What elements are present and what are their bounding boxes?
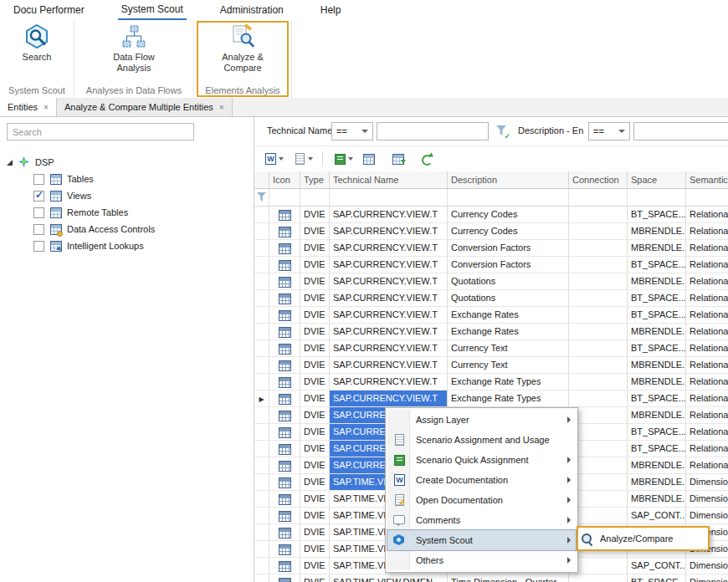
toolbar-button[interactable] [261,149,285,169]
context-menu-item[interactable]: Scenario Quick Assignment [387,450,576,470]
operator-select-technical-name[interactable]: == [331,122,373,140]
operator-value: == [593,126,604,136]
cell-semantic: Relational [686,340,728,356]
tree-item[interactable]: Data Access Controls [0,221,254,237]
cell-technical-name[interactable]: SAP.CURRENCY.VIEW.T [330,391,448,406]
checkbox[interactable] [33,207,44,218]
data-flow-analysis-button[interactable]: Data Flow Analysis [99,23,169,74]
table-row[interactable]: DVIE SAP.CURRENCY.VIEW.T Currency Codes … [254,223,728,240]
menu-tab[interactable]: System Scout [118,0,187,20]
cell-technical-name[interactable]: SAP.CURRENCY.VIEW.T [330,290,448,306]
cell-space: BT_SPACE... [628,340,686,356]
toolbar-button[interactable] [322,151,323,166]
analyze-compare-button[interactable]: Analyze & Compare [208,23,278,74]
table-row[interactable]: DVIE SAP.CURRENCY.VIEW.T Quotations MBRE… [254,273,728,290]
menu-tab[interactable]: Docu Performer [10,0,88,20]
cell-type: DVIE [300,391,330,406]
cell-type: DVIE [300,441,330,457]
cell-space: MBRENDLE... [628,407,686,423]
column-header[interactable]: Space [628,171,686,188]
tree-item[interactable]: Views [0,187,254,204]
table-row[interactable]: DVIE SAP.CURRENCY.VIEW.T Exchange Rate T… [254,391,728,407]
context-menu-item[interactable]: Scenario Assignment and Usage [387,430,576,450]
column-header[interactable] [254,171,269,188]
cell-technical-name[interactable]: SAP.CURRENCY.VIEW.T [330,374,448,390]
toolbar-button[interactable] [331,149,355,169]
table-row[interactable]: DVIE SAP.CURRENCY.VIEW.T Currency Text B… [254,340,728,357]
table-row[interactable]: DVIE SAP.CURRENCY.VIEW.T Conversion Fact… [254,240,728,257]
table-row[interactable]: DVIE SAP.CURRENCY.VIEW.T Exchange Rates … [254,324,728,340]
checkbox[interactable] [33,241,44,252]
tree-item[interactable]: Tables [0,171,254,187]
close-icon[interactable]: × [44,103,49,112]
search-input[interactable] [7,123,194,140]
context-menu-item[interactable]: Create Documentation [387,470,576,490]
checkbox[interactable] [33,191,44,202]
tree-item[interactable]: Intelligent Lookups [0,237,254,254]
menu-tab[interactable]: Administration [217,0,287,20]
document-tab[interactable]: Entities × [0,98,57,116]
cell-technical-name[interactable]: SAP.CURRENCY.VIEW.T [330,357,448,373]
table-row[interactable]: DVIE SAP.TIME.VIEW.DIMEN... Time Dimensi… [254,574,728,582]
view-table-icon [279,461,291,472]
toolbar-button[interactable] [360,149,384,169]
expand-icon[interactable] [7,160,13,166]
cell-technical-name[interactable]: SAP.CURRENCY.VIEW.T [330,324,448,340]
table-row[interactable]: DVIE SAP.CURRENCY.VIEW.T Exchange Rate T… [254,374,728,391]
cell-technical-name[interactable]: SAP.TIME.VIEW.DIMEN... [330,574,448,582]
tree-root-dsp[interactable]: DSP [0,154,254,171]
column-header[interactable]: Connection [569,171,628,188]
filter-cell[interactable] [628,189,686,206]
column-header[interactable]: Technical Name [330,171,448,188]
close-icon[interactable]: × [219,103,224,112]
analyze-compare-menu-item[interactable]: Analyze/Compare [580,529,706,548]
toolbar-icon [420,152,433,166]
cell-technical-name[interactable]: SAP.CURRENCY.VIEW.T [330,240,448,256]
column-header[interactable]: Description [448,171,569,188]
toolbar-button[interactable] [290,149,315,169]
toolbar-button[interactable] [418,149,443,169]
checkbox[interactable] [33,174,44,185]
context-menu-item[interactable]: Open Documentation [387,490,576,510]
cell-technical-name[interactable]: SAP.CURRENCY.VIEW.T [330,307,448,323]
cell-technical-name[interactable]: SAP.CURRENCY.VIEW.T [330,257,448,273]
document-tab[interactable]: Analyze & Compare Multiple Entities × [57,98,233,116]
search-button[interactable]: Search [2,23,72,63]
filter-cell[interactable] [686,189,728,206]
checkbox[interactable] [33,224,44,235]
filter-cell[interactable] [448,189,569,206]
context-menu-item[interactable]: Comments [387,510,576,530]
table-row[interactable]: DVIE SAP.CURRENCY.VIEW.T Currency Text M… [254,357,728,374]
tree-item[interactable]: Remote Tables [0,204,254,221]
search-button-label: Search [2,52,72,63]
filter-cell[interactable] [300,189,330,206]
entity-type-icon [49,206,63,219]
toolbar-button[interactable] [389,149,413,169]
magnifier-icon [580,532,593,545]
cell-connection [569,574,628,582]
cell-technical-name[interactable]: SAP.CURRENCY.VIEW.T [330,273,448,289]
column-header[interactable]: Type [300,171,330,188]
table-row[interactable]: DVIE SAP.CURRENCY.VIEW.T Quotations BT_S… [254,290,728,307]
filter-cell[interactable] [269,189,300,206]
filter-input-description[interactable] [633,122,728,140]
column-header[interactable]: Semantic U... [686,171,728,188]
row-indicator [254,290,269,306]
table-row[interactable]: DVIE SAP.CURRENCY.VIEW.T Exchange Rates … [254,307,728,324]
filter-cell[interactable] [569,189,628,206]
context-menu-item[interactable]: Assign Layer [387,410,576,430]
filter-cell[interactable] [330,189,448,206]
operator-select-description[interactable]: == [588,122,630,140]
filter-input-technical-name[interactable] [377,122,489,140]
cell-technical-name[interactable]: SAP.CURRENCY.VIEW.T [330,340,448,356]
table-row[interactable]: DVIE SAP.CURRENCY.VIEW.T Currency Codes … [254,207,728,223]
menu-tab[interactable]: Help [317,0,345,20]
filter-funnel-icon[interactable] [495,125,509,138]
context-menu-item[interactable]: Others [387,550,576,570]
table-row[interactable]: DVIE SAP.CURRENCY.VIEW.T Conversion Fact… [254,257,728,273]
ribbon: Search System Scout Data Flow Analysis A… [0,20,728,99]
context-menu-item[interactable]: System Scout [387,530,576,550]
cell-technical-name[interactable]: SAP.CURRENCY.VIEW.T [330,207,448,222]
cell-technical-name[interactable]: SAP.CURRENCY.VIEW.T [330,223,448,239]
column-header[interactable]: Icon [269,171,300,188]
